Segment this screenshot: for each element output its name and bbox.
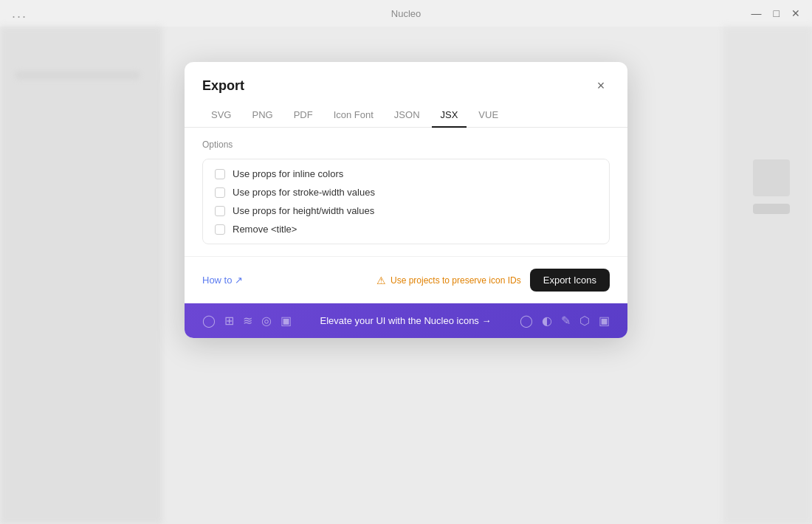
dialog-close-button[interactable]: × xyxy=(592,77,610,94)
footer-right: ⚠ Use projects to preserve icon IDs Expo… xyxy=(376,269,610,292)
window-menu[interactable]: ... xyxy=(12,6,27,21)
option-height-width-label: Use props for height/width values xyxy=(233,205,374,216)
dialog-footer: How to ↗ ⚠ Use projects to preserve icon… xyxy=(185,256,627,303)
promo-icons-right: ◯ ◐ ✎ ⬡ ▣ xyxy=(520,314,610,328)
checkbox-height-width[interactable] xyxy=(215,206,225,216)
promo-icon-r2: ◐ xyxy=(542,314,552,328)
app-title: Nucleo xyxy=(391,8,421,19)
tab-vue[interactable]: VUE xyxy=(469,103,507,128)
dialog-header: Export × xyxy=(185,62,627,94)
promo-text: Elevate your UI with the Nucleo icons → xyxy=(292,315,520,326)
checkbox-remove-title[interactable] xyxy=(215,224,225,235)
tab-png[interactable]: PNG xyxy=(243,103,281,128)
export-tabs: SVG PNG PDF Icon Font JSON JSX VUE xyxy=(185,103,627,128)
options-box: Use props for inline colors Use props fo… xyxy=(202,159,610,244)
promo-icon-3: ≋ xyxy=(243,314,252,328)
tab-json[interactable]: JSON xyxy=(385,103,429,128)
maximize-button[interactable]: □ xyxy=(774,7,780,19)
warning-icon: ⚠ xyxy=(376,275,386,286)
warning-text-label: Use projects to preserve icon IDs xyxy=(390,275,521,286)
how-to-link[interactable]: How to ↗ xyxy=(202,275,243,286)
minimize-button[interactable]: — xyxy=(751,7,762,19)
option-stroke-width: Use props for stroke-width values xyxy=(215,187,597,198)
option-remove-title-label: Remove <title> xyxy=(233,224,297,235)
window-controls[interactable]: — □ ✕ xyxy=(751,7,800,19)
promo-icon-r4: ⬡ xyxy=(579,314,590,328)
promo-icon-5: ▣ xyxy=(281,314,292,328)
promo-icon-2: ⊞ xyxy=(224,314,234,328)
checkbox-inline-colors[interactable] xyxy=(215,169,225,179)
tab-pdf[interactable]: PDF xyxy=(285,103,322,128)
option-inline-colors: Use props for inline colors xyxy=(215,168,597,179)
export-dialog: Export × SVG PNG PDF Icon Font JSON JSX … xyxy=(185,62,627,338)
option-remove-title: Remove <title> xyxy=(215,224,597,235)
tab-icon-font[interactable]: Icon Font xyxy=(325,103,382,128)
warning-message: ⚠ Use projects to preserve icon IDs xyxy=(376,275,521,286)
tab-svg[interactable]: SVG xyxy=(202,103,240,128)
promo-banner[interactable]: ◯ ⊞ ≋ ◎ ▣ Elevate your UI with the Nucle… xyxy=(185,303,627,338)
tab-jsx[interactable]: JSX xyxy=(432,103,467,128)
close-window-button[interactable]: ✕ xyxy=(791,7,800,19)
main-area: Export × SVG PNG PDF Icon Font JSON JSX … xyxy=(0,27,812,524)
title-bar: ... Nucleo — □ ✕ xyxy=(0,0,812,27)
promo-icon-r1: ◯ xyxy=(520,314,533,328)
promo-icons-left: ◯ ⊞ ≋ ◎ ▣ xyxy=(202,314,292,328)
options-label: Options xyxy=(202,139,610,150)
promo-icon-r3: ✎ xyxy=(561,314,571,328)
checkbox-stroke-width[interactable] xyxy=(215,187,225,198)
option-inline-colors-label: Use props for inline colors xyxy=(233,168,343,179)
modal-overlay: Export × SVG PNG PDF Icon Font JSON JSX … xyxy=(0,27,812,524)
dialog-title: Export xyxy=(202,78,244,94)
option-stroke-width-label: Use props for stroke-width values xyxy=(233,187,375,198)
option-height-width: Use props for height/width values xyxy=(215,205,597,216)
promo-icon-4: ◎ xyxy=(261,314,272,328)
options-section: Options Use props for inline colors Use … xyxy=(185,128,627,256)
export-icons-button[interactable]: Export Icons xyxy=(530,269,610,292)
promo-icon-1: ◯ xyxy=(202,314,216,328)
promo-icon-r5: ▣ xyxy=(599,314,610,328)
